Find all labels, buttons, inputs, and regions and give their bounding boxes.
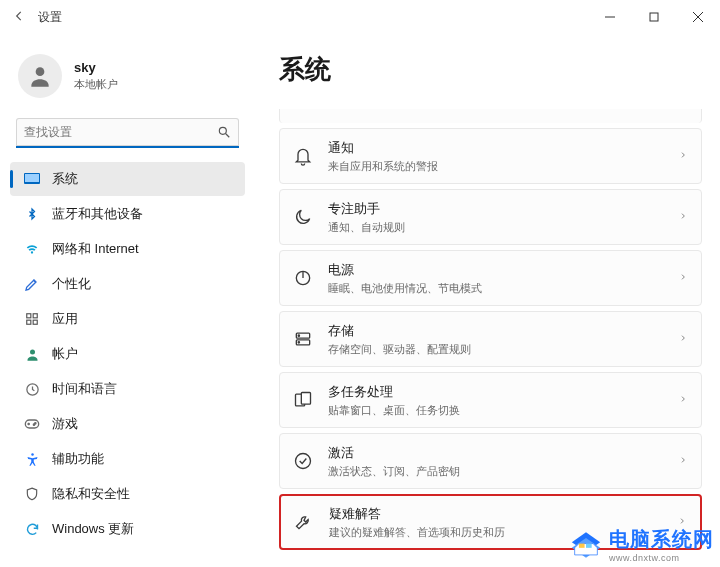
chevron-right-icon <box>679 148 687 164</box>
search-input[interactable] <box>16 118 239 148</box>
sidebar-item-label: 隐私和安全性 <box>52 485 130 503</box>
card-title: 电源 <box>328 261 665 279</box>
maximize-button[interactable] <box>632 0 676 34</box>
power-icon <box>292 267 314 289</box>
settings-card-notifications[interactable]: 通知 来自应用和系统的警报 <box>279 128 702 184</box>
check-icon <box>292 450 314 472</box>
accessibility-icon <box>24 451 40 467</box>
storage-icon <box>292 328 314 350</box>
accounts-icon <box>24 346 40 362</box>
settings-card-power[interactable]: 电源 睡眠、电池使用情况、节电模式 <box>279 250 702 306</box>
profile-name: sky <box>74 60 118 75</box>
close-button[interactable] <box>676 0 720 34</box>
apps-icon <box>24 311 40 327</box>
svg-rect-11 <box>27 320 31 324</box>
chevron-right-icon <box>679 209 687 225</box>
settings-card-storage[interactable]: 存储 存储空间、驱动器、配置规则 <box>279 311 702 367</box>
back-button[interactable] <box>10 9 28 26</box>
card-title: 通知 <box>328 139 665 157</box>
sidebar-item-label: 蓝牙和其他设备 <box>52 205 143 223</box>
wrench-icon <box>293 511 315 533</box>
update-icon <box>24 521 40 537</box>
moon-icon <box>292 206 314 228</box>
sidebar-item-time[interactable]: 时间和语言 <box>10 372 245 406</box>
card-subtitle: 激活状态、订阅、产品密钥 <box>328 464 665 479</box>
settings-card-multitask[interactable]: 多任务处理 贴靠窗口、桌面、任务切换 <box>279 372 702 428</box>
bluetooth-icon <box>24 206 40 222</box>
svg-rect-1 <box>650 13 658 21</box>
sidebar-item-label: 游戏 <box>52 415 78 433</box>
svg-rect-26 <box>301 393 310 405</box>
svg-point-17 <box>33 424 34 425</box>
multitask-icon <box>292 389 314 411</box>
settings-card-activation[interactable]: 激活 激活状态、订阅、产品密钥 <box>279 433 702 489</box>
privacy-icon <box>24 486 40 502</box>
chevron-right-icon <box>679 392 687 408</box>
watermark-logo-icon <box>569 528 603 562</box>
sidebar-item-label: 时间和语言 <box>52 380 117 398</box>
svg-line-6 <box>226 134 230 138</box>
profile-subtitle: 本地帐户 <box>74 77 118 92</box>
svg-rect-10 <box>33 314 37 318</box>
card-title: 激活 <box>328 444 665 462</box>
settings-card-focus[interactable]: 专注助手 通知、自动规则 <box>279 189 702 245</box>
sidebar-item-label: 应用 <box>52 310 78 328</box>
card-title: 存储 <box>328 322 665 340</box>
svg-rect-30 <box>579 543 585 547</box>
bell-icon <box>292 145 314 167</box>
sidebar-item-apps[interactable]: 应用 <box>10 302 245 336</box>
wifi-icon <box>24 241 40 257</box>
card-subtitle: 存储空间、驱动器、配置规则 <box>328 342 665 357</box>
watermark-url: www.dnxtw.com <box>609 553 714 563</box>
sidebar-item-network[interactable]: 网络和 Internet <box>10 232 245 266</box>
card-title: 多任务处理 <box>328 383 665 401</box>
svg-point-24 <box>298 342 299 343</box>
svg-rect-8 <box>25 174 39 182</box>
profile-block[interactable]: sky 本地帐户 <box>6 48 249 112</box>
card-subtitle: 贴靠窗口、桌面、任务切换 <box>328 403 665 418</box>
brush-icon <box>24 276 40 292</box>
sidebar-item-label: 个性化 <box>52 275 91 293</box>
card-title: 专注助手 <box>328 200 665 218</box>
svg-point-5 <box>219 127 226 134</box>
card-subtitle: 通知、自动规则 <box>328 220 665 235</box>
system-icon <box>24 171 40 187</box>
chevron-right-icon <box>679 453 687 469</box>
page-title: 系统 <box>279 52 702 87</box>
svg-rect-9 <box>27 314 31 318</box>
svg-point-4 <box>36 67 45 76</box>
sidebar-item-label: 帐户 <box>52 345 78 363</box>
sidebar-item-accessibility[interactable]: 辅助功能 <box>10 442 245 476</box>
card-title: 疑难解答 <box>329 505 664 523</box>
card-subtitle: 来自应用和系统的警报 <box>328 159 665 174</box>
gaming-icon <box>24 416 40 432</box>
watermark-title: 电脑系统网 <box>609 526 714 553</box>
svg-rect-31 <box>586 543 592 547</box>
search-icon <box>217 125 231 139</box>
sidebar-item-privacy[interactable]: 隐私和安全性 <box>10 477 245 511</box>
sidebar-item-update[interactable]: Windows 更新 <box>10 512 245 546</box>
chevron-right-icon <box>679 331 687 347</box>
sidebar-item-accounts[interactable]: 帐户 <box>10 337 245 371</box>
sidebar-item-personalize[interactable]: 个性化 <box>10 267 245 301</box>
sidebar-item-label: Windows 更新 <box>52 520 134 538</box>
svg-rect-12 <box>33 320 37 324</box>
svg-point-18 <box>31 453 34 456</box>
card-subtitle: 睡眠、电池使用情况、节电模式 <box>328 281 665 296</box>
sidebar-item-label: 系统 <box>52 170 78 188</box>
chevron-right-icon <box>679 270 687 286</box>
window-title: 设置 <box>38 9 62 26</box>
card-prev-clip <box>279 109 702 123</box>
minimize-button[interactable] <box>588 0 632 34</box>
sidebar-item-bluetooth[interactable]: 蓝牙和其他设备 <box>10 197 245 231</box>
sidebar-item-label: 网络和 Internet <box>52 240 139 258</box>
sidebar-item-gaming[interactable]: 游戏 <box>10 407 245 441</box>
time-icon <box>24 381 40 397</box>
sidebar-item-label: 辅助功能 <box>52 450 104 468</box>
svg-point-23 <box>298 335 299 336</box>
svg-point-13 <box>30 349 35 354</box>
watermark: 电脑系统网 www.dnxtw.com <box>569 526 714 563</box>
svg-point-27 <box>296 454 311 469</box>
avatar <box>18 54 62 98</box>
sidebar-item-system[interactable]: 系统 <box>10 162 245 196</box>
